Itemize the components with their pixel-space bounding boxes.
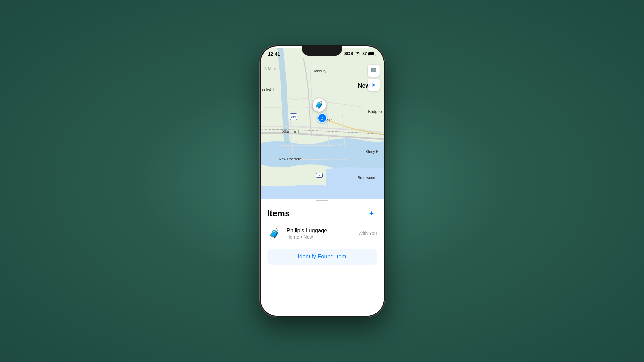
item-with-you-label: With You [358, 231, 377, 236]
notch [302, 46, 342, 56]
city-stamford-label: Stamford. [282, 129, 300, 134]
item-time: Now [304, 234, 313, 240]
luggage-pin-icon: 🧳 [315, 101, 324, 109]
city-brentwood-label: Brentwood [358, 176, 375, 180]
highway-746-label: 746 [316, 173, 323, 178]
city-new-rochelle-label: New Rochelle [279, 157, 302, 161]
home-pin-icon: ⌂ [321, 115, 323, 121]
location-arrow-icon: ➤ [371, 82, 376, 88]
phone-screen: 12:41 SOS 87 [261, 46, 384, 316]
home-map-pin[interactable]: ⌂ [318, 113, 327, 123]
battery-indicator: 87 [362, 51, 376, 56]
items-header: Items + [261, 200, 384, 223]
map-controls: ➤ [368, 65, 380, 91]
item-row-luggage[interactable]: 🧳 Philip's Luggage Home • Now With You [261, 223, 384, 244]
item-info: Philip's Luggage Home • Now [287, 227, 354, 240]
battery-percentage: 87 [362, 51, 367, 56]
map-layers-button[interactable] [368, 65, 380, 77]
status-sos: SOS [344, 51, 353, 56]
city-stony-brook-label: Stony B [366, 149, 379, 154]
identify-section: Identify Found Item [261, 244, 384, 269]
city-bridgeport-label: Bridgep [368, 109, 382, 114]
status-right-icons: SOS 87 [344, 51, 376, 56]
phone-frame: 12:41 SOS 87 [259, 45, 385, 317]
item-luggage-icon: 🧳 [267, 226, 282, 241]
map-attribution: © Maps [265, 67, 276, 71]
map-area[interactable]: Danbury New eekskill Norwalk Stamford. N… [261, 46, 384, 200]
highway-i684-label: 684 [290, 113, 297, 120]
city-danbury-label: Danbury [313, 69, 327, 73]
status-time: 12:41 [268, 51, 280, 57]
luggage-map-pin[interactable]: 🧳 [313, 98, 326, 112]
battery-fill [368, 52, 375, 55]
wifi-icon [355, 52, 360, 56]
battery-icon [368, 52, 376, 56]
city-peekskill-label: eekskill [262, 88, 274, 92]
add-item-button[interactable]: + [366, 208, 377, 219]
item-status: Home • Now [287, 234, 354, 240]
map-layers-icon [370, 67, 377, 74]
drag-handle[interactable] [316, 200, 328, 201]
item-name: Philip's Luggage [287, 227, 354, 234]
identify-found-item-button[interactable]: Identify Found Item [267, 249, 377, 265]
svg-rect-2 [372, 69, 376, 71]
bottom-sheet: Items + 🧳 Philip's Luggage Home • Now [261, 200, 384, 316]
add-icon: + [369, 208, 374, 218]
item-location: Home [287, 234, 299, 240]
location-button[interactable]: ➤ [368, 79, 380, 91]
items-section-title: Items [267, 208, 290, 219]
item-dot: • [301, 234, 302, 240]
